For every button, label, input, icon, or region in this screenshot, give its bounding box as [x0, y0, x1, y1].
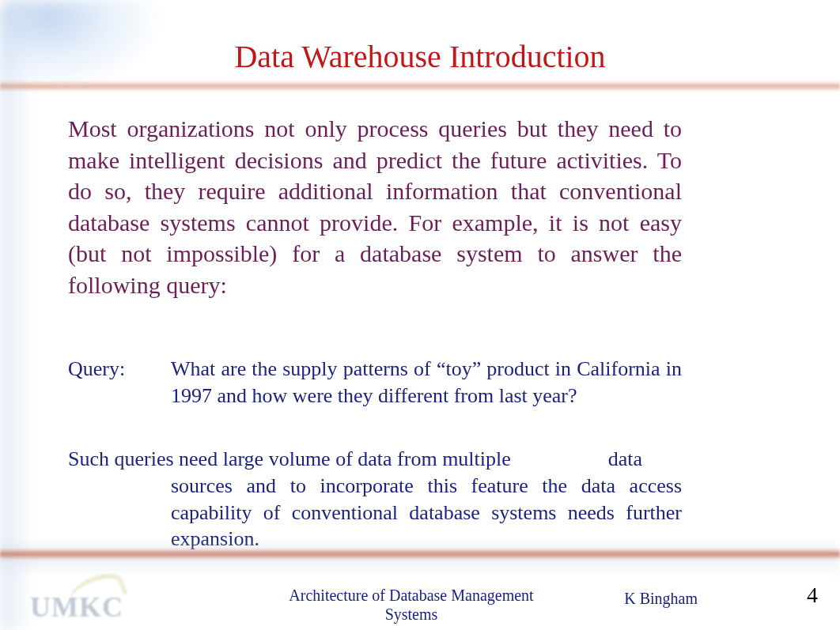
- page-number: 4: [807, 583, 818, 608]
- query-text: What are the supply patterns of “toy” pr…: [171, 356, 682, 409]
- note-line1-left: Such queries need large volume of data f…: [68, 447, 511, 470]
- query-label: Query:: [68, 356, 171, 409]
- body-paragraph: Most organizations not only process quer…: [68, 113, 682, 301]
- note-line1-right-word: data: [608, 447, 642, 470]
- note-block: Such queries need large volume of data f…: [68, 446, 764, 553]
- query-block: Query: What are the supply patterns of “…: [68, 356, 682, 409]
- slide-title: Data Warehouse Introduction: [0, 38, 840, 75]
- footer-center-text: Architecture of Database Management Syst…: [269, 586, 554, 624]
- note-line-1: Such queries need large volume of data f…: [68, 446, 764, 473]
- logo-text: UMKC: [30, 590, 123, 624]
- header-divider: [0, 81, 840, 92]
- slide: Data Warehouse Introduction Most organiz…: [0, 0, 840, 630]
- bg-left-stripe: [0, 0, 32, 630]
- footer-author: K Bingham: [624, 590, 698, 608]
- footer-divider: [0, 548, 840, 560]
- logo: UMKC: [30, 576, 172, 624]
